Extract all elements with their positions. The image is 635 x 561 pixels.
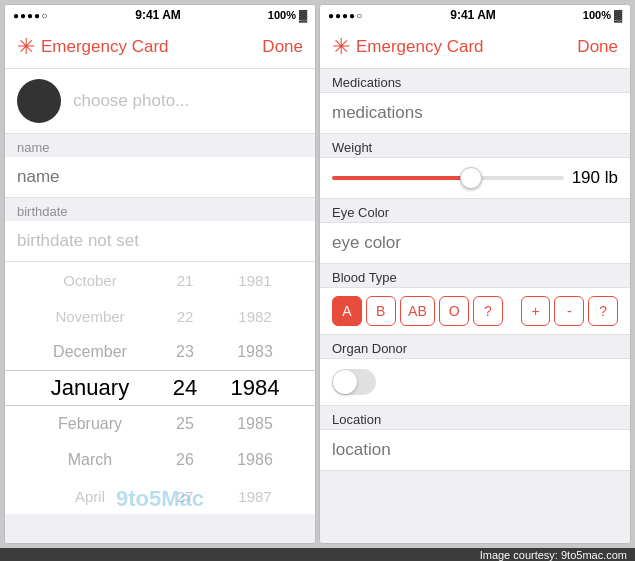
picker-day-23[interactable]: 23 [155,334,215,370]
location-input-row[interactable] [320,429,630,471]
location-label: Location [320,406,630,429]
picker-day-25[interactable]: 25 [155,406,215,442]
battery-icon: ▓ [299,9,307,21]
image-credit-bar: Image courtesy: 9to5mac.com [0,548,635,561]
birthdate-not-set: birthdate not set [5,221,315,262]
name-section-header: name [5,134,315,157]
weight-value: 190 lb [572,168,618,188]
picker-month-oct[interactable]: October [25,262,155,298]
right-nav-title: Emergency Card [356,37,484,57]
weight-row[interactable]: 190 lb [320,157,630,199]
left-asterisk-icon: ✳ [17,34,35,60]
right-signal: ●●●●○ [328,10,363,21]
picker-day-26[interactable]: 26 [155,442,215,478]
left-phone: ●●●●○ 9:41 AM 100% ▓ ✳ Emergency Card Do… [4,4,316,544]
bt-btn-mod-unknown[interactable]: ? [588,296,618,326]
name-input-row[interactable] [5,157,315,198]
picker-day-24[interactable]: 24 [155,370,215,406]
organ-donor-row[interactable] [320,358,630,406]
picker-day-22[interactable]: 22 [155,298,215,334]
picker-year-col[interactable]: 1981 1982 1983 1984 1985 1986 1987 [215,262,295,514]
bt-btn-A[interactable]: A [332,296,362,326]
picker-year-1983[interactable]: 1983 [215,334,295,370]
picker-year-1982[interactable]: 1982 [215,298,295,334]
avatar[interactable] [17,79,61,123]
right-nav-bar: ✳ Emergency Card Done [320,25,630,69]
date-picker[interactable]: October November December January Februa… [5,262,315,514]
picker-day-21[interactable]: 21 [155,262,215,298]
blood-type-label: Blood Type [320,264,630,287]
weight-slider-fill [332,176,471,180]
picker-month-feb[interactable]: February [25,406,155,442]
picker-month-nov[interactable]: November [25,298,155,334]
toggle-knob [333,370,357,394]
bt-btn-positive[interactable]: + [521,296,551,326]
right-phone: ●●●●○ 9:41 AM 100% ▓ ✳ Emergency Card Do… [319,4,631,544]
bt-btn-AB[interactable]: AB [400,296,436,326]
picker-month-mar[interactable]: March [25,442,155,478]
bt-btn-type-unknown[interactable]: ? [473,296,503,326]
location-input[interactable] [332,440,618,460]
left-status-bar: ●●●●○ 9:41 AM 100% ▓ [5,5,315,25]
right-time: 9:41 AM [450,8,496,22]
eye-color-label: Eye Color [320,199,630,222]
picker-year-1987[interactable]: 1987 [215,478,295,514]
left-signal: ●●●●○ [13,10,48,21]
right-status-bar: ●●●●○ 9:41 AM 100% ▓ [320,5,630,25]
right-battery-icon: ▓ [614,9,622,21]
left-time: 9:41 AM [135,8,181,22]
medications-input[interactable] [332,103,618,123]
medications-label: Medications [320,69,630,92]
right-asterisk-icon: ✳ [332,34,350,60]
medications-input-row[interactable] [320,92,630,134]
picker-month-apr[interactable]: April [25,478,155,514]
left-nav-title: Emergency Card [41,37,169,57]
weight-slider-track[interactable] [332,176,564,180]
eye-color-input[interactable] [332,233,618,253]
picker-year-1984[interactable]: 1984 [215,370,295,406]
choose-photo-text[interactable]: choose photo... [73,91,189,111]
image-credit-text: Image courtesy: 9to5mac.com [480,549,627,561]
bt-btn-negative[interactable]: - [554,296,584,326]
bt-btn-B[interactable]: B [366,296,396,326]
weight-slider-thumb[interactable] [460,167,482,189]
eye-color-input-row[interactable] [320,222,630,264]
picker-year-1986[interactable]: 1986 [215,442,295,478]
picker-day-col[interactable]: 21 22 23 24 25 26 27 [155,262,215,514]
picker-month-dec[interactable]: December [25,334,155,370]
blood-type-row: A B AB O ? + - ? [320,287,630,335]
weight-label: Weight [320,134,630,157]
bt-btn-O[interactable]: O [439,296,469,326]
picker-day-27[interactable]: 27 [155,478,215,514]
picker-month-col[interactable]: October November December January Februa… [25,262,155,514]
left-done-button[interactable]: Done [262,37,303,57]
left-battery: 100% ▓ [268,9,307,21]
name-input[interactable] [17,167,303,187]
organ-donor-label: Organ Donor [320,335,630,358]
birthdate-section-header: birthdate [5,198,315,221]
left-nav-bar: ✳ Emergency Card Done [5,25,315,69]
picker-year-1981[interactable]: 1981 [215,262,295,298]
right-battery: 100% ▓ [583,9,622,21]
right-done-button[interactable]: Done [577,37,618,57]
picker-month-jan[interactable]: January [25,370,155,406]
picker-year-1985[interactable]: 1985 [215,406,295,442]
photo-row[interactable]: choose photo... [5,69,315,134]
organ-donor-toggle[interactable] [332,369,376,395]
